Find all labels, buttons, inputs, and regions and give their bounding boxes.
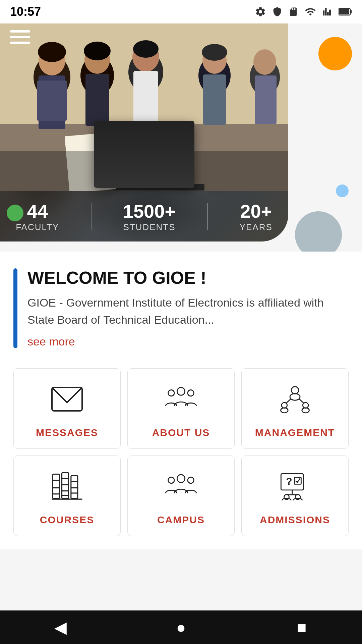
- settings-icon: [255, 6, 266, 17]
- about-us-icon: [164, 382, 198, 420]
- welcome-title: WELCOME TO GIOE !: [27, 268, 349, 287]
- about-us-label: ABOUT US: [152, 427, 210, 438]
- hamburger-line-1: [10, 30, 30, 33]
- welcome-section: WELCOME TO GIOE ! GIOE - Government Inst…: [13, 268, 349, 348]
- hero-image: 44 FACULTY 1500+ STUDENTS 20+ YEARS: [0, 23, 288, 241]
- svg-rect-26: [203, 74, 226, 125]
- students-illustration: [0, 23, 288, 191]
- battery-icon: [339, 7, 352, 17]
- hamburger-line-2: [10, 36, 30, 38]
- status-time: 10:57: [10, 5, 41, 19]
- hero-section: 44 FACULTY 1500+ STUDENTS 20+ YEARS: [0, 23, 362, 252]
- welcome-accent-bar: [13, 268, 17, 348]
- management-icon: [278, 382, 312, 420]
- management-label: MANAGEMENT: [255, 427, 335, 438]
- grid-item-courses[interactable]: COURSES: [13, 455, 121, 536]
- bluegray-circle-decoration: [295, 211, 342, 252]
- blue-dot-decoration: [336, 184, 349, 197]
- years-number: 20+: [240, 200, 273, 222]
- back-button[interactable]: ◀: [47, 614, 74, 641]
- campus-icon: [164, 470, 198, 507]
- grid-menu: MESSAGES ABOUT US: [13, 368, 349, 536]
- svg-rect-44: [53, 474, 59, 498]
- courses-icon: [50, 470, 84, 507]
- svg-rect-17: [133, 71, 158, 126]
- svg-point-35: [188, 390, 194, 396]
- courses-label: COURSES: [40, 514, 94, 526]
- svg-point-33: [177, 387, 185, 395]
- see-more-link[interactable]: see more: [27, 335, 75, 348]
- svg-rect-19: [114, 131, 194, 184]
- status-icons: [255, 6, 352, 17]
- svg-point-34: [168, 390, 174, 396]
- svg-point-9: [38, 42, 66, 62]
- svg-rect-2: [339, 9, 349, 15]
- welcome-text-block: WELCOME TO GIOE ! GIOE - Government Inst…: [27, 268, 349, 348]
- welcome-description: GIOE - Government Institute of Electroni…: [27, 294, 349, 328]
- signal-icon: [322, 6, 333, 17]
- svg-rect-13: [85, 74, 109, 126]
- grid-item-messages[interactable]: MESSAGES: [13, 368, 121, 449]
- svg-point-18: [133, 40, 159, 58]
- svg-rect-1: [351, 10, 352, 13]
- svg-point-27: [202, 44, 227, 61]
- grid-item-campus[interactable]: CAMPUS: [127, 455, 235, 536]
- svg-point-60: [188, 477, 194, 483]
- admissions-icon: ?: [278, 470, 312, 507]
- svg-point-29: [253, 49, 276, 75]
- svg-text:?: ?: [286, 476, 292, 487]
- recent-icon: ■: [297, 618, 307, 637]
- svg-rect-32: [52, 387, 82, 411]
- svg-rect-22: [119, 136, 189, 179]
- wifi-icon: [304, 6, 316, 17]
- svg-rect-53: [71, 476, 78, 498]
- messages-icon: [50, 382, 84, 420]
- campus-label: CAMPUS: [157, 514, 205, 526]
- recent-apps-button[interactable]: ■: [288, 614, 315, 641]
- back-icon: ◀: [54, 618, 67, 637]
- svg-rect-10: [37, 80, 67, 121]
- svg-rect-31: [0, 151, 288, 191]
- stat-students: 1500+ STUDENTS: [123, 200, 176, 232]
- students-label: STUDENTS: [123, 222, 176, 232]
- messages-label: MESSAGES: [36, 427, 98, 438]
- svg-rect-30: [255, 75, 277, 124]
- grid-item-about-us[interactable]: ABOUT US: [127, 368, 235, 449]
- svg-line-39: [299, 399, 304, 404]
- years-label: YEARS: [240, 222, 273, 232]
- shield-icon: [272, 6, 282, 17]
- home-icon: ●: [176, 618, 186, 637]
- svg-point-36: [291, 386, 299, 394]
- status-bar: 10:57: [0, 0, 362, 23]
- svg-point-42: [303, 402, 308, 408]
- green-dot-decoration: [7, 205, 23, 221]
- bottom-navigation: ◀ ● ■: [0, 610, 362, 644]
- svg-point-58: [177, 475, 185, 482]
- svg-line-38: [286, 399, 290, 404]
- stats-overlay: 44 FACULTY 1500+ STUDENTS 20+ YEARS: [0, 191, 288, 241]
- content-area: WELCOME TO GIOE ! GIOE - Government Inst…: [0, 252, 362, 549]
- grid-item-admissions[interactable]: ? ADMISSIONS: [241, 455, 349, 536]
- home-button[interactable]: ●: [168, 614, 194, 641]
- grid-item-management[interactable]: MANAGEMENT: [241, 368, 349, 449]
- admissions-label: ADMISSIONS: [260, 514, 330, 526]
- svg-rect-20: [117, 134, 191, 181]
- faculty-label: FACULTY: [16, 222, 59, 232]
- svg-point-14: [84, 42, 111, 60]
- hamburger-line-3: [10, 42, 30, 44]
- orange-circle-decoration: [318, 37, 352, 70]
- svg-point-37: [290, 393, 300, 400]
- students-number: 1500+: [123, 200, 176, 222]
- stat-divider-1: [91, 203, 92, 230]
- stat-years: 20+ YEARS: [240, 200, 273, 232]
- hamburger-menu[interactable]: [10, 30, 30, 44]
- svg-rect-48: [62, 473, 69, 498]
- svg-point-59: [168, 477, 174, 483]
- svg-rect-63: [294, 477, 301, 484]
- svg-point-40: [282, 402, 287, 408]
- sd-card-icon: [288, 6, 298, 17]
- stat-divider-2: [207, 203, 208, 230]
